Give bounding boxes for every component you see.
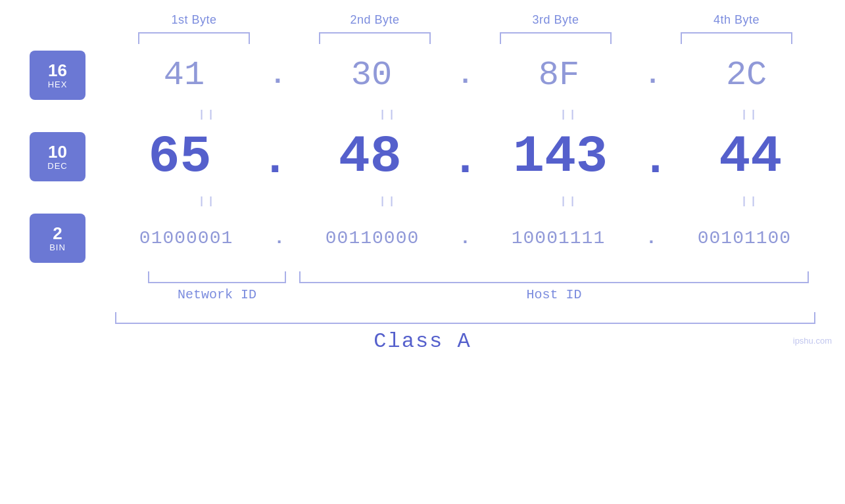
byte4-header: 4th Byte — [646, 13, 827, 27]
equals-1: II — [118, 106, 299, 124]
hex-badge-number: 16 — [48, 61, 67, 80]
dec-row: 10 DEC 65 . 48 . 143 . 44 — [0, 127, 845, 187]
host-id-label: Host ID — [299, 287, 809, 302]
bracket-cell-2 — [285, 32, 466, 44]
equals-8: II — [661, 193, 842, 210]
hex-val-2: 30 — [286, 56, 457, 95]
bin-values-row: 01000001 . 00110000 . 10001111 . 0010110… — [99, 228, 832, 248]
bottom-brackets-row — [115, 271, 819, 283]
byte3-header: 3rd Byte — [466, 13, 646, 27]
bracket-top-2 — [319, 32, 431, 44]
equals-6: II — [299, 193, 480, 210]
hex-badge-label: HEX — [48, 80, 68, 89]
bottom-section: Network ID Host ID Class A ipshu.com — [0, 271, 845, 354]
bin-val-3: 10001111 — [471, 228, 646, 248]
dec-values-row: 65 . 48 . 143 . 44 — [99, 127, 832, 187]
dec-val-3: 143 — [479, 127, 642, 187]
byte2-header: 2nd Byte — [285, 13, 466, 27]
class-label: Class A — [0, 329, 845, 354]
bin-val-2: 00110000 — [285, 228, 460, 248]
dec-val-4: 44 — [669, 127, 832, 187]
hex-val-1: 41 — [99, 56, 270, 95]
labels-row: Network ID Host ID — [115, 287, 819, 302]
dec-dot-2: . — [451, 137, 479, 183]
hex-dot-1: . — [270, 62, 286, 89]
hex-val-4: 2C — [661, 56, 832, 95]
main-container: 1st Byte 2nd Byte 3rd Byte 4th Byte 16 H… — [0, 0, 845, 504]
network-bracket — [148, 271, 286, 283]
bin-row: 2 BIN 01000001 . 00110000 . 10001111 . 0… — [0, 214, 845, 263]
dec-badge-label: DEC — [47, 161, 67, 171]
hex-badge: 16 HEX — [30, 51, 85, 100]
bin-dot-3: . — [646, 229, 657, 248]
equals-4: II — [661, 106, 842, 124]
equals-row-2: II II II II — [118, 193, 842, 210]
bin-dot-1: . — [274, 229, 285, 248]
bracket-top-4 — [681, 32, 792, 44]
dec-dot-1: . — [261, 137, 289, 183]
equals-3: II — [480, 106, 661, 124]
equals-7: II — [480, 193, 661, 210]
equals-row-1: II II II II — [118, 106, 842, 124]
equals-2: II — [299, 106, 480, 124]
hex-row: 16 HEX 41 . 30 . 8F . 2C — [0, 51, 845, 100]
dec-badge: 10 DEC — [30, 132, 85, 181]
bin-val-4: 00101100 — [657, 228, 832, 248]
bin-dot-2: . — [460, 229, 471, 248]
bin-badge-label: BIN — [49, 242, 66, 252]
byte1-header: 1st Byte — [104, 13, 285, 27]
bracket-cell-1 — [104, 32, 285, 44]
class-bracket-container — [115, 312, 815, 324]
bin-val-1: 01000001 — [99, 228, 274, 248]
hex-val-3: 8F — [473, 56, 644, 95]
dec-val-1: 65 — [99, 127, 261, 187]
dec-dot-3: . — [642, 137, 669, 183]
bracket-cell-3 — [466, 32, 646, 44]
class-bracket-line — [115, 312, 815, 324]
byte-headers: 1st Byte 2nd Byte 3rd Byte 4th Byte — [104, 13, 827, 27]
bin-badge-number: 2 — [53, 224, 62, 243]
bin-badge: 2 BIN — [30, 214, 85, 263]
hex-values-row: 41 . 30 . 8F . 2C — [99, 56, 832, 95]
host-bracket — [299, 271, 809, 283]
hex-dot-3: . — [644, 62, 661, 89]
dec-val-2: 48 — [289, 127, 451, 187]
dec-badge-number: 10 — [48, 143, 67, 162]
bracket-top-3 — [500, 32, 612, 44]
bracket-top-1 — [138, 32, 250, 44]
bracket-cell-4 — [646, 32, 827, 44]
network-id-label: Network ID — [148, 287, 286, 302]
hex-dot-2: . — [457, 62, 473, 89]
equals-5: II — [118, 193, 299, 210]
watermark: ipshu.com — [793, 336, 832, 346]
top-brackets — [104, 32, 827, 44]
